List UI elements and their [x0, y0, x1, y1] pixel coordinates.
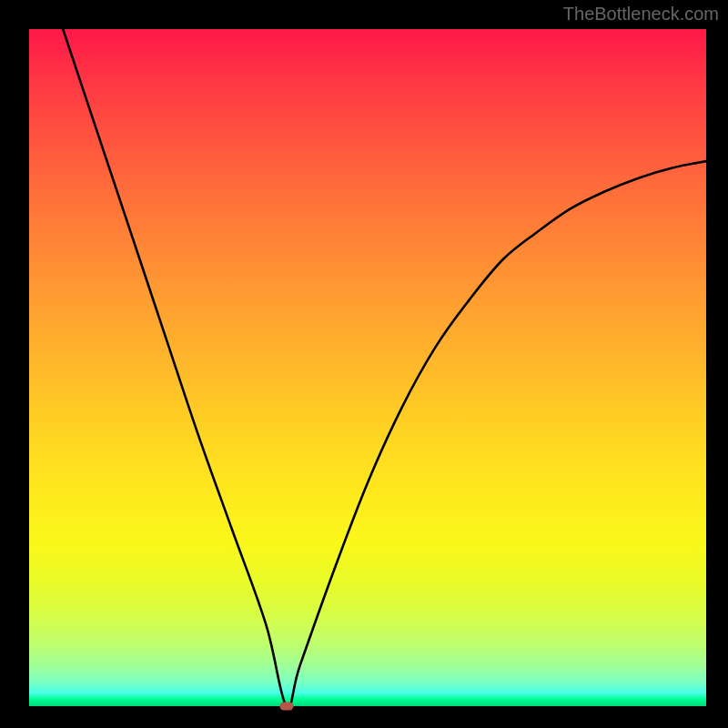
watermark-text: TheBottleneck.com: [563, 4, 719, 25]
bottleneck-curve: [29, 29, 706, 706]
chart-plot-area: [29, 29, 706, 706]
optimal-point-marker: [279, 703, 293, 711]
